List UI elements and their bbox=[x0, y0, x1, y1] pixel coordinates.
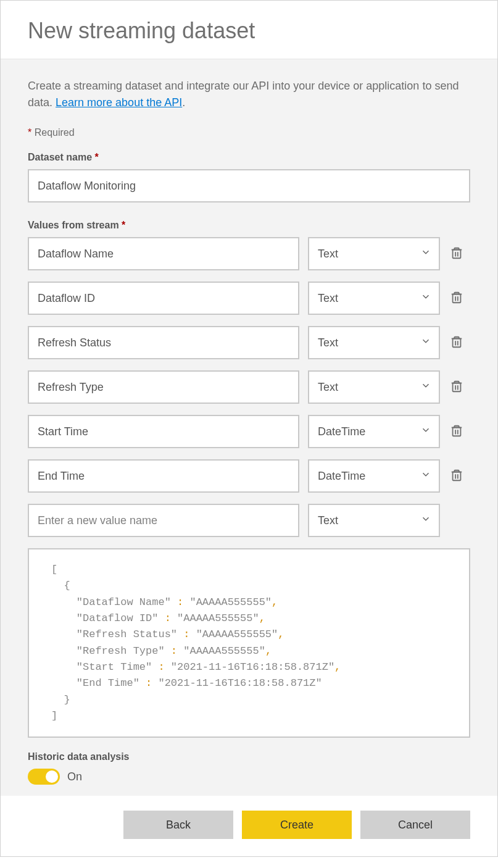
stream-value-name-input[interactable] bbox=[28, 282, 299, 315]
stream-type-label: DateTime bbox=[318, 425, 365, 438]
stream-row-new: Text bbox=[28, 504, 470, 537]
svg-rect-6 bbox=[453, 338, 461, 347]
trash-icon bbox=[450, 291, 463, 306]
required-asterisk: * bbox=[95, 152, 99, 162]
chevron-down-icon bbox=[420, 514, 431, 528]
stream-row: DateTime bbox=[28, 415, 470, 448]
delete-row-button[interactable] bbox=[449, 378, 465, 396]
dialog-footer: Back Create Cancel bbox=[1, 796, 497, 856]
chevron-down-icon bbox=[420, 380, 431, 394]
delete-row-button[interactable] bbox=[449, 467, 465, 485]
chevron-down-icon bbox=[420, 425, 431, 439]
toggle-knob bbox=[46, 770, 58, 783]
chevron-down-icon bbox=[420, 336, 431, 350]
svg-rect-15 bbox=[453, 472, 461, 480]
learn-more-link[interactable]: Learn more about the API bbox=[56, 96, 182, 109]
svg-rect-9 bbox=[453, 383, 461, 391]
stream-type-label: Text bbox=[318, 381, 338, 394]
dataset-name-input[interactable] bbox=[28, 169, 470, 202]
svg-rect-3 bbox=[453, 294, 461, 303]
chevron-down-icon bbox=[420, 247, 431, 261]
cancel-button[interactable]: Cancel bbox=[360, 811, 470, 839]
trash-icon bbox=[450, 246, 463, 262]
stream-row: Text bbox=[28, 326, 470, 359]
trash-icon bbox=[450, 469, 463, 484]
svg-rect-12 bbox=[453, 427, 461, 436]
stream-row: Text bbox=[28, 282, 470, 315]
dialog-body: Create a streaming dataset and integrate… bbox=[1, 59, 497, 796]
stream-type-label: Text bbox=[318, 248, 338, 261]
chevron-down-icon bbox=[420, 469, 431, 483]
stream-value-name-input[interactable] bbox=[28, 370, 299, 404]
stream-type-label: DateTime bbox=[318, 470, 365, 483]
stream-value-type-select[interactable]: Text bbox=[308, 326, 440, 359]
intro-text-after: . bbox=[182, 96, 185, 109]
stream-value-name-input[interactable] bbox=[28, 326, 299, 359]
stream-value-type-select[interactable]: DateTime bbox=[308, 459, 440, 493]
trash-icon bbox=[450, 335, 463, 351]
json-preview: [ { "Dataflow Name" : "AAAAA555555", "Da… bbox=[28, 548, 470, 738]
required-asterisk: * bbox=[28, 127, 31, 138]
stream-type-label: Text bbox=[318, 336, 338, 349]
delete-row-button[interactable] bbox=[449, 422, 465, 441]
delete-row-button[interactable] bbox=[449, 333, 465, 352]
create-button[interactable]: Create bbox=[242, 811, 352, 839]
values-from-stream-label: Values from stream * bbox=[28, 220, 470, 231]
stream-value-name-input[interactable] bbox=[28, 459, 299, 493]
svg-rect-0 bbox=[453, 249, 461, 258]
stream-rows: TextTextTextTextDateTimeDateTimeText bbox=[28, 237, 470, 537]
stream-new-value-input[interactable] bbox=[28, 504, 299, 537]
delete-row-button[interactable] bbox=[449, 244, 465, 263]
intro-text: Create a streaming dataset and integrate… bbox=[28, 78, 470, 111]
dataset-name-label: Dataset name * bbox=[28, 152, 470, 163]
required-note: * Required bbox=[28, 127, 470, 138]
trash-icon bbox=[450, 424, 463, 440]
required-label: Required bbox=[35, 127, 75, 138]
delete-row-button[interactable] bbox=[449, 289, 465, 307]
stream-value-type-select[interactable]: DateTime bbox=[308, 415, 440, 448]
chevron-down-icon bbox=[420, 291, 431, 306]
stream-row: Text bbox=[28, 370, 470, 404]
stream-value-type-select[interactable]: Text bbox=[308, 237, 440, 270]
stream-value-type-select[interactable]: Text bbox=[308, 370, 440, 404]
dialog-header: New streaming dataset bbox=[1, 1, 497, 59]
required-asterisk: * bbox=[122, 220, 125, 230]
stream-value-type-select[interactable]: Text bbox=[308, 282, 440, 315]
stream-type-label: Text bbox=[318, 292, 338, 305]
historic-toggle-state: On bbox=[67, 770, 82, 783]
trash-icon bbox=[450, 380, 463, 395]
stream-type-label: Text bbox=[318, 514, 338, 527]
historic-toggle-row: On bbox=[28, 769, 470, 785]
stream-row: DateTime bbox=[28, 459, 470, 493]
stream-row: Text bbox=[28, 237, 470, 270]
stream-value-name-input[interactable] bbox=[28, 415, 299, 448]
historic-label: Historic data analysis bbox=[28, 751, 470, 762]
stream-value-name-input[interactable] bbox=[28, 237, 299, 270]
back-button[interactable]: Back bbox=[123, 811, 233, 839]
stream-value-type-select[interactable]: Text bbox=[308, 504, 440, 537]
historic-toggle[interactable] bbox=[28, 769, 60, 785]
page-title: New streaming dataset bbox=[28, 18, 470, 44]
new-streaming-dataset-dialog: New streaming dataset Create a streaming… bbox=[0, 0, 498, 857]
